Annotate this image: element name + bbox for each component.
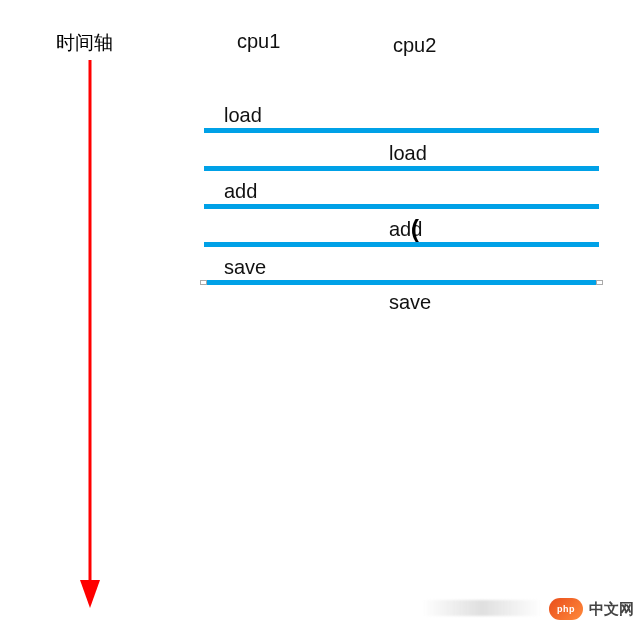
op-label: add (224, 180, 257, 203)
op-label: load (389, 142, 427, 165)
watermark-text: 中文网 (589, 600, 634, 619)
op-row-6: save (204, 285, 604, 321)
watermark-pill-text: php (557, 604, 575, 614)
timeline-axis-label: 时间轴 (56, 30, 113, 56)
column-header-cpu1: cpu1 (237, 30, 280, 53)
watermark-shadow (422, 600, 542, 616)
op-label: save (389, 291, 431, 314)
timeline-arrow (78, 60, 102, 608)
op-label: save (224, 256, 266, 279)
op-label: add (389, 218, 422, 241)
svg-marker-1 (80, 580, 100, 608)
op-row-1: load (204, 95, 604, 133)
watermark: php 中文网 (549, 598, 634, 620)
watermark-pill-icon: php (549, 598, 583, 620)
op-row-4: add ( (204, 209, 604, 247)
column-header-cpu2: cpu2 (393, 34, 436, 57)
op-row-5: save (204, 247, 604, 285)
op-row-2: load (204, 133, 604, 171)
op-row-3: add (204, 171, 604, 209)
op-label: load (224, 104, 262, 127)
operation-rows: load load add add ( save save (204, 95, 604, 321)
